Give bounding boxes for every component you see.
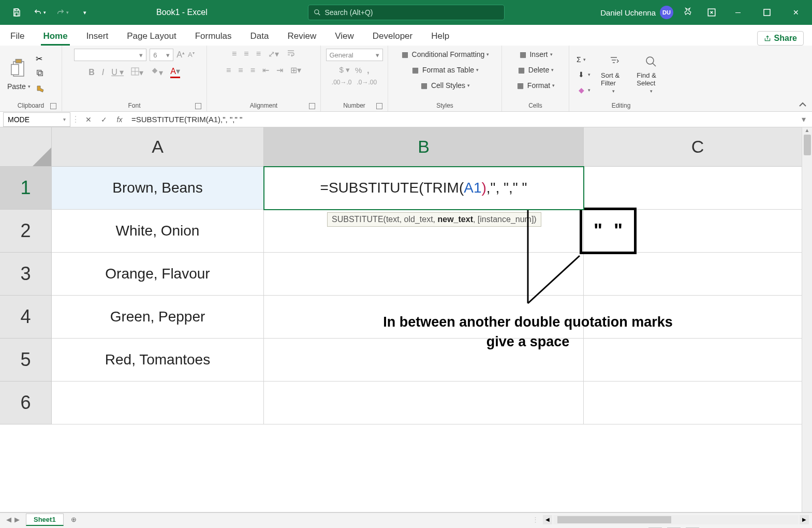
close-button[interactable]: ✕ <box>784 0 808 25</box>
format-cells-button[interactable]: ▦Format▾ <box>514 80 557 91</box>
font-dialog-icon[interactable] <box>195 103 201 109</box>
wrap-text-icon[interactable] <box>286 49 296 59</box>
format-painter-icon[interactable] <box>36 84 45 96</box>
column-header-C[interactable]: C <box>584 127 812 167</box>
cell-B1[interactable]: =SUBSTITUTE(TRIM(A1),", "," " <box>264 167 584 210</box>
search-input[interactable]: Search (Alt+Q) <box>308 5 505 20</box>
paste-button[interactable]: Paste▾ <box>5 81 33 92</box>
insert-cells-button[interactable]: ▦Insert▾ <box>516 49 554 60</box>
delete-cells-button[interactable]: ▦Delete▾ <box>515 64 556 76</box>
select-all-corner[interactable] <box>0 127 52 167</box>
cell-C1[interactable] <box>584 167 812 210</box>
fill-color-button[interactable]: ▾ <box>151 67 163 78</box>
row-header-5[interactable]: 5 <box>0 339 52 382</box>
copy-icon[interactable] <box>36 69 45 79</box>
horizontal-scrollbar[interactable]: ◀▶ <box>543 515 812 524</box>
maximize-button[interactable] <box>755 0 779 25</box>
alignment-dialog-icon[interactable] <box>309 103 315 109</box>
column-header-A[interactable]: A <box>52 127 264 167</box>
increase-font-icon[interactable]: A▴ <box>176 50 185 60</box>
cell-A3[interactable]: Orange, Flavour <box>52 253 264 296</box>
row-header-6[interactable]: 6 <box>0 382 52 424</box>
tab-page-layout[interactable]: Page Layout <box>125 27 178 46</box>
redo-button[interactable]: ▾ <box>53 3 71 22</box>
row-header-3[interactable]: 3 <box>0 253 52 296</box>
autosum-button[interactable]: Σ ▾ <box>574 54 593 65</box>
tab-insert[interactable]: Insert <box>84 27 111 46</box>
italic-button[interactable]: I <box>102 68 104 77</box>
row-header-1[interactable]: 1 <box>0 167 52 210</box>
undo-button[interactable]: ▾ <box>30 3 49 22</box>
user-account[interactable]: Daniel Uchenna DU <box>600 6 673 19</box>
share-button[interactable]: Share <box>757 31 804 46</box>
paste-icon[interactable] <box>10 58 27 79</box>
tab-formulas[interactable]: Formulas <box>193 27 234 46</box>
font-size-select[interactable]: 6▾ <box>150 49 173 61</box>
fx-button[interactable]: fx <box>112 115 127 124</box>
cell-A1[interactable]: Brown, Beans <box>52 167 264 210</box>
number-dialog-icon[interactable] <box>376 103 382 109</box>
cell-B6[interactable] <box>264 382 584 424</box>
save-icon[interactable] <box>7 3 26 22</box>
find-select-button[interactable]: Find & Select▾ <box>634 71 668 95</box>
decrease-decimal-icon[interactable]: .0→.00 <box>357 79 377 86</box>
worksheet-grid[interactable]: A B C 1 Brown, Beans =SUBSTITUTE(TRIM(A1… <box>0 127 812 512</box>
font-color-button[interactable]: A▾ <box>170 66 180 78</box>
collapse-ribbon-button[interactable] <box>799 46 812 111</box>
tab-home[interactable]: Home <box>41 27 69 46</box>
formula-input[interactable]: =SUBSTITUTE(TRIM(A1),", "," " <box>127 115 802 124</box>
fill-button[interactable]: ⬇▾ <box>574 69 593 80</box>
clear-button[interactable]: ◆▾ <box>574 84 593 96</box>
add-sheet-button[interactable]: ⊕ <box>68 514 80 526</box>
align-bottom-icon[interactable]: ≡ <box>256 49 261 58</box>
cut-icon[interactable]: ✂ <box>36 54 45 64</box>
conditional-formatting-button[interactable]: ▦Conditional Formatting▾ <box>398 49 492 60</box>
column-header-B[interactable]: B <box>264 127 584 167</box>
sheet-tab-sheet1[interactable]: Sheet1 <box>26 514 64 526</box>
bold-button[interactable]: B <box>88 68 95 77</box>
cell-A6[interactable] <box>52 382 264 424</box>
tab-view[interactable]: View <box>333 27 356 46</box>
cancel-formula-button[interactable]: ✕ <box>81 115 96 124</box>
tab-developer[interactable]: Developer <box>371 27 415 46</box>
accounting-format-icon[interactable]: $ ▾ <box>339 65 350 75</box>
comma-format-icon[interactable]: , <box>367 66 369 75</box>
cell-C3[interactable] <box>584 253 812 296</box>
cell-styles-button[interactable]: ▦Cell Styles▾ <box>418 80 472 91</box>
vertical-scrollbar[interactable]: ▲ <box>802 127 812 512</box>
orientation-icon[interactable]: ⤢▾ <box>268 49 279 59</box>
cell-C6[interactable] <box>584 382 812 424</box>
underline-button[interactable]: U ▾ <box>111 67 124 77</box>
font-name-select[interactable]: ▾ <box>74 49 146 61</box>
decrease-font-icon[interactable]: A▾ <box>188 51 195 58</box>
row-header-4[interactable]: 4 <box>0 296 52 339</box>
name-box[interactable]: MODE▾ <box>3 112 70 127</box>
ribbon-mode-icon[interactable] <box>702 3 721 22</box>
merge-center-icon[interactable]: ⊞▾ <box>290 65 301 75</box>
borders-button[interactable]: ▾ <box>131 67 143 78</box>
align-right-icon[interactable]: ≡ <box>250 66 255 75</box>
align-center-icon[interactable]: ≡ <box>238 66 243 75</box>
align-middle-icon[interactable]: ≡ <box>244 49 248 58</box>
decrease-indent-icon[interactable]: ⇤ <box>262 65 269 75</box>
tab-review[interactable]: Review <box>285 27 318 46</box>
tab-file[interactable]: File <box>8 27 26 46</box>
percent-format-icon[interactable]: % <box>355 66 362 75</box>
increase-decimal-icon[interactable]: .00→.0 <box>332 79 352 86</box>
align-top-icon[interactable]: ≡ <box>232 49 237 58</box>
minimize-button[interactable]: ─ <box>726 0 750 25</box>
cell-B3[interactable] <box>264 253 584 296</box>
coming-soon-icon[interactable] <box>678 3 697 22</box>
increase-indent-icon[interactable]: ⇥ <box>276 65 283 75</box>
tab-help[interactable]: Help <box>429 27 451 46</box>
sort-filter-button[interactable]: Sort & Filter▾ <box>599 71 628 95</box>
enter-formula-button[interactable]: ✓ <box>96 115 112 124</box>
cell-A2[interactable]: White, Onion <box>52 210 264 253</box>
format-as-table-button[interactable]: ▦Format as Table▾ <box>409 64 481 76</box>
cell-A5[interactable]: Red, Tomantoes <box>52 339 264 382</box>
align-left-icon[interactable]: ≡ <box>226 66 231 75</box>
expand-formula-bar-button[interactable]: ▾ <box>802 114 812 124</box>
sheet-nav-next[interactable]: ▶ <box>14 516 20 523</box>
sheet-nav-prev[interactable]: ◀ <box>6 516 11 523</box>
qat-customize-button[interactable]: ▾ <box>76 3 94 22</box>
